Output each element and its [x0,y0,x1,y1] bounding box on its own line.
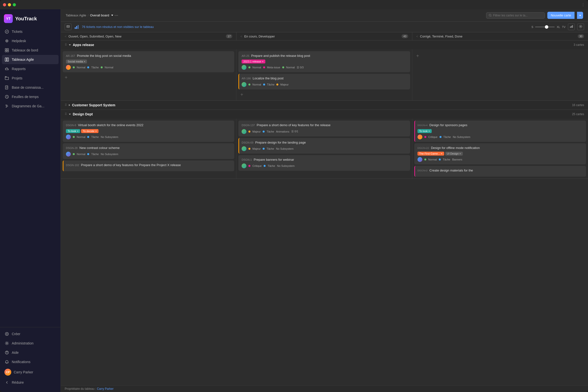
svg-rect-14 [6,106,8,106]
card-id: DSGN-69 [242,141,253,144]
card-dsgn-8[interactable]: DSGN-8 Virtual booth sketch for the onli… [63,120,234,142]
add-card-btn[interactable]: + [63,74,70,81]
swimlane-header-design-dept[interactable]: ⠿ Design Dept 25 cartes [61,110,588,118]
window-menu-icon[interactable]: ⋮ [581,2,585,7]
card-meta: Majeur Tâche Animations ☰ 0/1 [242,129,408,134]
tag[interactable]: 2023.1 release × [242,60,265,64]
swimlane-toggle-icon[interactable] [69,114,71,115]
new-card-dropdown[interactable] [577,12,583,19]
priority-label: Majeur [252,130,261,133]
type-label: Tâche [444,136,451,138]
sidebar-item-label: Projets [12,76,22,80]
sidebar-notifications-btn[interactable]: Notifications [2,357,58,366]
card-dsgn-137[interactable]: DSGN-137 Prepare a short demo of key fea… [238,120,410,136]
search-input[interactable] [493,14,542,17]
breadcrumb-parent[interactable]: Tableaux Agile [66,14,86,17]
tag[interactable]: UI Design × [445,152,463,156]
card-ar-25[interactable]: AR-25 Prepare and publish the release bl… [238,51,410,72]
sidebar-item-tickets[interactable]: Tickets [2,27,58,36]
col-count: 17 [226,34,232,38]
size-slider: S XL TV [532,26,566,28]
card-avatar [242,65,246,70]
sidebar-logo: YT YouTrack [0,12,60,27]
card-tags: Social media × [66,60,232,64]
priority-dot [73,136,75,138]
col-header-inprogress: < En cours, Développer 43 [236,32,412,40]
columns-header: < Ouvert, Open, Submitted, Open, New 17 … [61,32,588,40]
chart-bar-icon [74,24,80,30]
swimlanes: ⠿ Apps release 3 cartes AR-167 Promote t… [61,40,588,386]
card-avatar [242,146,246,151]
card-dsgn-28[interactable]: DSGN-28 New contrast colour scheme Norma… [63,143,234,159]
new-card-button[interactable]: Nouvelle carte [547,12,574,19]
subsystem-label: Animations [276,130,289,133]
card-dsgn-69[interactable]: DSGN-69 Prepare design for the landing p… [238,138,410,154]
col-collapse-icon[interactable]: < [416,34,418,38]
swimlane-toggle-icon[interactable] [69,44,71,46]
minimize-button[interactable] [8,3,11,6]
swimlane-col-done: DSGN-4 Design for sponsors pages To look… [412,118,588,178]
col-count: 30 [578,34,584,38]
slider-thumb[interactable] [545,25,548,29]
card-dsgn-102[interactable]: DSGN-102 Prepare a short demo of key fea… [63,160,234,171]
sidebar-item-diagrammes[interactable]: Diagrammes de Ga... [2,102,58,111]
slider-track[interactable] [535,26,555,28]
sidebar-aide-btn[interactable]: Aide [2,348,58,357]
priority-dot [248,165,250,167]
priority-label: Normal [77,153,85,156]
sidebar-item-base-connaissances[interactable]: Base de connaissa... [2,83,58,92]
sidebar-user-profile[interactable]: CP Carry Parker [2,366,58,378]
settings-btn[interactable] [577,24,584,30]
board-dropdown-icon[interactable] [111,15,113,16]
close-button[interactable] [3,3,6,6]
subsystem-label: No Subsystem [277,164,295,167]
tag[interactable]: To look × [418,129,432,133]
footer-owner-link[interactable]: Carry Parker [97,387,114,390]
card-ar-167[interactable]: AR-167 Promote the blog post on social m… [63,51,234,72]
col-header-open: < Ouvert, Open, Submitted, Open, New 17 [61,32,236,40]
card-title-text: Promote the blog post on social media [77,54,131,58]
card-ar-166[interactable]: AR-166 Localize the blog post Normal Tâc… [238,74,410,90]
card-dsgn-4[interactable]: DSGN-4 Design for sponsors pages To look… [414,120,586,142]
email-filter-btn[interactable] [65,24,72,30]
sidebar-item-projets[interactable]: Projets [2,74,58,83]
card-dsgn-1[interactable]: DSGN-1 Prepare banners for webinar Criti… [238,155,410,171]
sidebar-create-label: Créer [12,332,20,336]
card-avatar [418,157,422,162]
sidebar-item-tableaux-agile[interactable]: Tableaux Agile [2,55,58,64]
swimlane-header-customer-support[interactable]: ⠿ Customer Support System 16 cartes [61,101,588,110]
sidebar-item-rapports[interactable]: Rapports [2,64,58,74]
sidebar-item-tableaux-bord[interactable]: Tableaux de bord [2,46,58,55]
tag[interactable]: To look × [66,129,80,133]
sidebar-collapse-btn[interactable]: Réduire [2,378,58,387]
priority-label: Normal [252,66,261,69]
sidebar-item-label: Tableaux de bord [12,48,38,52]
sidebar-item-feuilles-temps[interactable]: Feuilles de temps [2,92,58,102]
sidebar-create-btn[interactable]: Créer [2,329,58,338]
card-avatar [242,164,246,168]
card-dsgn-2[interactable]: DSGN-2 Create design materials for the [414,166,586,177]
tag[interactable]: The First Game... × [418,152,444,156]
col-collapse-icon[interactable]: < [65,34,67,38]
tag[interactable]: Social media × [66,60,87,64]
card-dsgn-22[interactable]: DSGN-22 Design for offline mode notifica… [414,143,586,164]
swimlane-header-apps-release[interactable]: ⠿ Apps release 3 cartes [61,40,588,49]
svg-point-28 [580,26,581,27]
sidebar-administration-btn[interactable]: Administration [2,338,58,348]
tag[interactable]: To decide × [81,129,98,133]
add-card-btn[interactable]: + [414,52,421,60]
col-collapse-icon[interactable]: < [240,34,242,38]
swimlane-customer-support: ⠿ Customer Support System 16 cartes [61,101,588,110]
type-dot [87,153,89,155]
grid-icon [4,57,9,62]
swimlane-toggle-icon[interactable] [69,104,70,106]
chart-view-btn[interactable] [568,24,575,30]
maximize-button[interactable] [13,3,16,6]
more-options-icon[interactable]: ••• [115,14,118,18]
subsystem-dot [276,84,278,86]
sidebar-item-label: Tickets [12,30,22,34]
search-bar [486,12,545,18]
sidebar-item-helpdesk[interactable]: Helpdesk [2,36,58,46]
add-card-btn[interactable]: + [238,91,245,98]
card-tags: The First Game... × UI Design × [418,152,584,156]
